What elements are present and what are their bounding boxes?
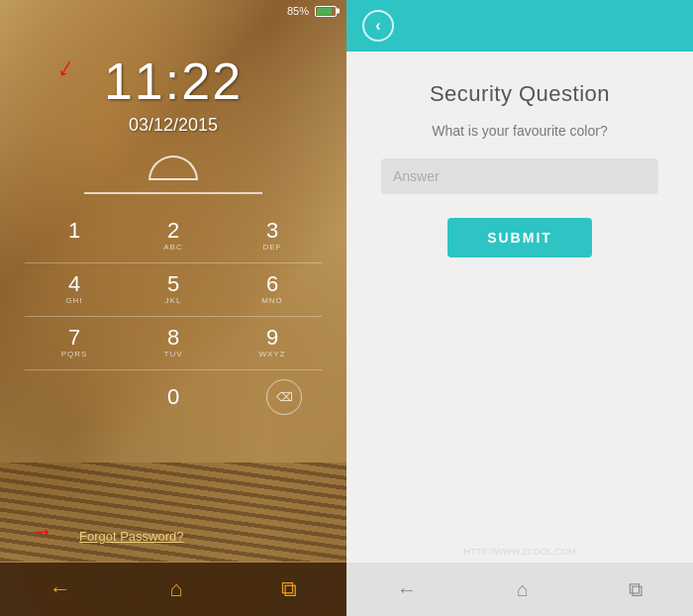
lock-icon-area bbox=[148, 155, 198, 180]
numpad: 1 2 ABC 3 DEF 4 GHI 5 JKL 6 MNO bbox=[25, 210, 322, 370]
numpad-2[interactable]: 2 ABC bbox=[124, 210, 223, 263]
numpad-5[interactable]: 5 JKL bbox=[124, 263, 223, 317]
numpad-3[interactable]: 3 DEF bbox=[223, 210, 322, 263]
left-bottom-nav: ← ⌂ ⧉ bbox=[0, 563, 346, 616]
security-question-text: What is your favourite color? bbox=[432, 123, 607, 139]
numpad-6[interactable]: 6 MNO bbox=[223, 263, 322, 317]
left-panel: 85% ↓ 11:22 03/12/2015 1 2 ABC bbox=[0, 0, 346, 616]
right-nav-recent-button[interactable]: ⧉ bbox=[629, 578, 643, 601]
watermark: HTTP://WWW.ZCOOL.COM bbox=[464, 547, 576, 557]
right-header: ‹ bbox=[346, 0, 693, 51]
numpad-4[interactable]: 4 GHI bbox=[25, 263, 124, 317]
delete-icon: ⌫ bbox=[276, 390, 293, 404]
right-bottom-nav: ← ⌂ ⧉ bbox=[346, 563, 693, 616]
answer-input[interactable] bbox=[381, 158, 658, 194]
right-content: Security Question What is your favourite… bbox=[346, 51, 693, 563]
left-recent-button[interactable]: ⧉ bbox=[281, 576, 297, 602]
numpad-8[interactable]: 8 TUV bbox=[124, 317, 223, 370]
right-panel: ‹ Security Question What is your favouri… bbox=[346, 0, 693, 616]
right-nav-back-button[interactable]: ← bbox=[397, 578, 417, 601]
numpad-9[interactable]: 9 WXYZ bbox=[223, 317, 322, 370]
lock-arc-icon bbox=[148, 155, 198, 180]
battery-icon bbox=[315, 6, 337, 17]
security-title: Security Question bbox=[430, 81, 610, 107]
right-nav-home-button[interactable]: ⌂ bbox=[517, 578, 529, 601]
delete-button[interactable]: ⌫ bbox=[266, 379, 302, 415]
submit-button[interactable]: SUBMIT bbox=[447, 218, 592, 257]
status-bar: 85% bbox=[0, 0, 346, 22]
date-display: 03/12/2015 bbox=[129, 115, 218, 136]
time-display: 11:22 bbox=[104, 51, 243, 111]
numpad-0[interactable]: 0 bbox=[128, 376, 219, 418]
numpad-zero-row: 0 ⌫ bbox=[25, 370, 322, 424]
left-home-button[interactable]: ⌂ bbox=[169, 576, 182, 602]
numpad-1[interactable]: 1 bbox=[25, 210, 124, 263]
numpad-7[interactable]: 7 PQRS bbox=[25, 317, 124, 370]
pin-underline bbox=[84, 192, 262, 194]
arrow-indicator: ↓ bbox=[52, 51, 80, 85]
forgot-password-link[interactable]: Forgot Password? bbox=[79, 527, 184, 545]
right-back-button[interactable]: ‹ bbox=[362, 10, 394, 42]
lock-screen-content: ↓ 11:22 03/12/2015 1 2 ABC 3 DEF 4 GHI bbox=[0, 22, 346, 563]
battery-percent: 85% bbox=[287, 5, 309, 17]
back-chevron-icon: ‹ bbox=[375, 17, 380, 35]
forgot-password-text[interactable]: Forgot Password? bbox=[79, 529, 184, 544]
left-back-button[interactable]: ← bbox=[50, 576, 71, 602]
